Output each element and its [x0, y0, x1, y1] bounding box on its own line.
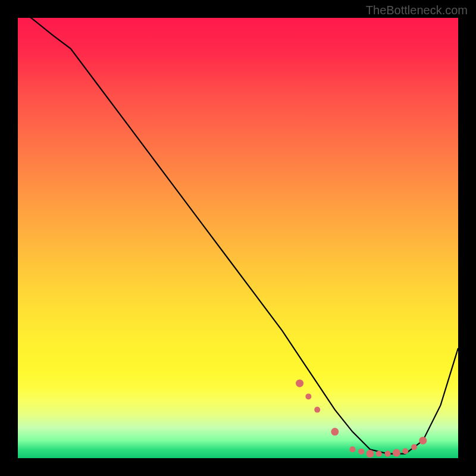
- marker-point: [358, 449, 364, 455]
- marker-point: [296, 380, 303, 387]
- marker-point: [376, 451, 382, 457]
- highlight-markers: [296, 380, 427, 458]
- marker-point: [411, 444, 417, 450]
- marker-point: [305, 393, 311, 399]
- watermark-text: TheBottleneck.com: [366, 4, 468, 17]
- marker-point: [331, 428, 339, 436]
- marker-point: [419, 437, 427, 444]
- marker-point: [367, 450, 374, 458]
- chart-svg: [18, 18, 458, 458]
- plot-area: [18, 18, 458, 458]
- marker-point: [393, 449, 400, 457]
- marker-point: [314, 407, 320, 413]
- marker-point: [402, 448, 408, 454]
- curve-line: [18, 9, 458, 453]
- marker-point: [349, 446, 355, 452]
- marker-point: [385, 451, 391, 457]
